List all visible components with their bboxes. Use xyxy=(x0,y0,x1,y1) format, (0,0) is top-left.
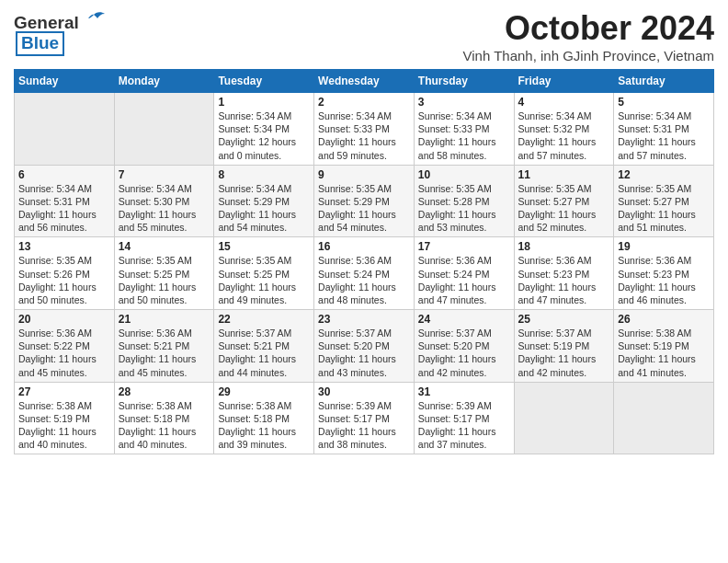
table-row: 16 Sunrise: 5:36 AMSunset: 5:24 PMDaylig… xyxy=(314,237,415,310)
table-row: 3 Sunrise: 5:34 AMSunset: 5:33 PMDayligh… xyxy=(414,93,514,166)
logo-general: General xyxy=(14,13,79,33)
calendar-header-row: Sunday Monday Tuesday Wednesday Thursday… xyxy=(15,70,714,93)
logo-blue: Blue xyxy=(16,31,64,56)
col-tuesday: Tuesday xyxy=(214,70,314,93)
day-number: 17 xyxy=(418,240,510,253)
table-row xyxy=(614,382,714,454)
day-detail: Sunrise: 5:37 AMSunset: 5:20 PMDaylight:… xyxy=(318,327,410,379)
day-number: 13 xyxy=(18,240,110,253)
day-detail: Sunrise: 5:35 AMSunset: 5:26 PMDaylight:… xyxy=(18,254,110,306)
day-detail: Sunrise: 5:35 AMSunset: 5:27 PMDaylight:… xyxy=(518,182,610,235)
table-row: 1 Sunrise: 5:34 AMSunset: 5:34 PMDayligh… xyxy=(214,93,314,166)
table-row xyxy=(114,93,214,166)
table-row: 21 Sunrise: 5:36 AMSunset: 5:21 PMDaylig… xyxy=(114,310,214,383)
day-number: 9 xyxy=(318,168,410,181)
location-subtitle: Vinh Thanh, inh GJinh Province, Vietnam xyxy=(462,48,714,63)
calendar-week-row: 20 Sunrise: 5:36 AMSunset: 5:22 PMDaylig… xyxy=(15,310,714,383)
table-row: 5 Sunrise: 5:34 AMSunset: 5:31 PMDayligh… xyxy=(614,93,714,166)
col-monday: Monday xyxy=(114,70,214,93)
day-number: 24 xyxy=(418,313,510,326)
day-number: 23 xyxy=(318,313,410,326)
day-detail: Sunrise: 5:34 AMSunset: 5:31 PMDaylight:… xyxy=(18,182,110,235)
table-row: 20 Sunrise: 5:36 AMSunset: 5:22 PMDaylig… xyxy=(15,310,115,383)
table-row: 13 Sunrise: 5:35 AMSunset: 5:26 PMDaylig… xyxy=(15,237,115,310)
day-number: 6 xyxy=(18,168,110,181)
day-number: 31 xyxy=(418,385,510,398)
table-row: 14 Sunrise: 5:35 AMSunset: 5:25 PMDaylig… xyxy=(114,237,214,310)
calendar-week-row: 6 Sunrise: 5:34 AMSunset: 5:31 PMDayligh… xyxy=(15,165,714,237)
day-detail: Sunrise: 5:38 AMSunset: 5:19 PMDaylight:… xyxy=(18,399,110,452)
table-row: 25 Sunrise: 5:37 AMSunset: 5:19 PMDaylig… xyxy=(514,310,614,383)
table-row: 10 Sunrise: 5:35 AMSunset: 5:28 PMDaylig… xyxy=(414,165,514,237)
day-detail: Sunrise: 5:36 AMSunset: 5:24 PMDaylight:… xyxy=(418,254,510,306)
table-row: 7 Sunrise: 5:34 AMSunset: 5:30 PMDayligh… xyxy=(114,165,214,237)
page-header: General Blue October 2024 Vinh Thanh, in… xyxy=(14,9,714,63)
day-number: 25 xyxy=(518,313,610,326)
table-row: 23 Sunrise: 5:37 AMSunset: 5:20 PMDaylig… xyxy=(314,310,415,383)
table-row: 24 Sunrise: 5:37 AMSunset: 5:20 PMDaylig… xyxy=(414,310,514,383)
day-number: 11 xyxy=(518,168,610,181)
table-row: 29 Sunrise: 5:38 AMSunset: 5:18 PMDaylig… xyxy=(214,382,314,454)
day-detail: Sunrise: 5:38 AMSunset: 5:19 PMDaylight:… xyxy=(618,327,710,379)
day-detail: Sunrise: 5:35 AMSunset: 5:25 PMDaylight:… xyxy=(119,254,210,306)
logo-bird-icon xyxy=(81,11,107,31)
day-number: 15 xyxy=(218,240,310,253)
day-number: 7 xyxy=(119,168,210,181)
day-detail: Sunrise: 5:37 AMSunset: 5:20 PMDaylight:… xyxy=(418,327,510,379)
table-row: 22 Sunrise: 5:37 AMSunset: 5:21 PMDaylig… xyxy=(214,310,314,383)
day-number: 22 xyxy=(218,313,310,326)
day-detail: Sunrise: 5:34 AMSunset: 5:33 PMDaylight:… xyxy=(318,109,410,162)
logo: General Blue xyxy=(14,13,107,56)
day-detail: Sunrise: 5:37 AMSunset: 5:19 PMDaylight:… xyxy=(518,327,610,379)
day-detail: Sunrise: 5:34 AMSunset: 5:31 PMDaylight:… xyxy=(618,109,710,162)
col-thursday: Thursday xyxy=(414,70,514,93)
day-detail: Sunrise: 5:36 AMSunset: 5:22 PMDaylight:… xyxy=(18,327,110,379)
day-detail: Sunrise: 5:34 AMSunset: 5:32 PMDaylight:… xyxy=(518,109,610,162)
col-friday: Friday xyxy=(514,70,614,93)
day-detail: Sunrise: 5:36 AMSunset: 5:23 PMDaylight:… xyxy=(618,254,710,306)
day-detail: Sunrise: 5:39 AMSunset: 5:17 PMDaylight:… xyxy=(418,399,510,452)
calendar-table: Sunday Monday Tuesday Wednesday Thursday… xyxy=(14,69,714,454)
day-number: 16 xyxy=(318,240,410,253)
table-row: 11 Sunrise: 5:35 AMSunset: 5:27 PMDaylig… xyxy=(514,165,614,237)
table-row: 4 Sunrise: 5:34 AMSunset: 5:32 PMDayligh… xyxy=(514,93,614,166)
table-row: 30 Sunrise: 5:39 AMSunset: 5:17 PMDaylig… xyxy=(314,382,415,454)
table-row: 31 Sunrise: 5:39 AMSunset: 5:17 PMDaylig… xyxy=(414,382,514,454)
table-row: 27 Sunrise: 5:38 AMSunset: 5:19 PMDaylig… xyxy=(15,382,115,454)
day-number: 1 xyxy=(218,96,310,109)
day-number: 20 xyxy=(18,313,110,326)
calendar-week-row: 13 Sunrise: 5:35 AMSunset: 5:26 PMDaylig… xyxy=(15,237,714,310)
day-number: 18 xyxy=(518,240,610,253)
table-row: 12 Sunrise: 5:35 AMSunset: 5:27 PMDaylig… xyxy=(614,165,714,237)
day-number: 26 xyxy=(618,313,710,326)
day-number: 8 xyxy=(218,168,310,181)
day-number: 27 xyxy=(18,385,110,398)
day-number: 19 xyxy=(618,240,710,253)
day-number: 4 xyxy=(518,96,610,109)
day-detail: Sunrise: 5:35 AMSunset: 5:25 PMDaylight:… xyxy=(218,254,310,306)
day-detail: Sunrise: 5:34 AMSunset: 5:30 PMDaylight:… xyxy=(119,182,210,235)
day-detail: Sunrise: 5:35 AMSunset: 5:27 PMDaylight:… xyxy=(618,182,710,235)
table-row: 28 Sunrise: 5:38 AMSunset: 5:18 PMDaylig… xyxy=(114,382,214,454)
table-row: 17 Sunrise: 5:36 AMSunset: 5:24 PMDaylig… xyxy=(414,237,514,310)
table-row xyxy=(15,93,115,166)
day-number: 30 xyxy=(318,385,410,398)
day-detail: Sunrise: 5:34 AMSunset: 5:29 PMDaylight:… xyxy=(218,182,310,235)
table-row: 9 Sunrise: 5:35 AMSunset: 5:29 PMDayligh… xyxy=(314,165,415,237)
day-number: 29 xyxy=(218,385,310,398)
day-detail: Sunrise: 5:37 AMSunset: 5:21 PMDaylight:… xyxy=(218,327,310,379)
calendar-week-row: 27 Sunrise: 5:38 AMSunset: 5:19 PMDaylig… xyxy=(15,382,714,454)
table-row: 2 Sunrise: 5:34 AMSunset: 5:33 PMDayligh… xyxy=(314,93,415,166)
day-number: 14 xyxy=(119,240,210,253)
day-detail: Sunrise: 5:34 AMSunset: 5:34 PMDaylight:… xyxy=(218,109,310,162)
month-title: October 2024 xyxy=(462,9,714,48)
day-detail: Sunrise: 5:35 AMSunset: 5:29 PMDaylight:… xyxy=(318,182,410,235)
day-detail: Sunrise: 5:34 AMSunset: 5:33 PMDaylight:… xyxy=(418,109,510,162)
table-row: 6 Sunrise: 5:34 AMSunset: 5:31 PMDayligh… xyxy=(15,165,115,237)
col-wednesday: Wednesday xyxy=(314,70,415,93)
day-detail: Sunrise: 5:36 AMSunset: 5:21 PMDaylight:… xyxy=(119,327,210,379)
col-sunday: Sunday xyxy=(15,70,115,93)
day-number: 3 xyxy=(418,96,510,109)
table-row: 18 Sunrise: 5:36 AMSunset: 5:23 PMDaylig… xyxy=(514,237,614,310)
day-detail: Sunrise: 5:39 AMSunset: 5:17 PMDaylight:… xyxy=(318,399,410,452)
